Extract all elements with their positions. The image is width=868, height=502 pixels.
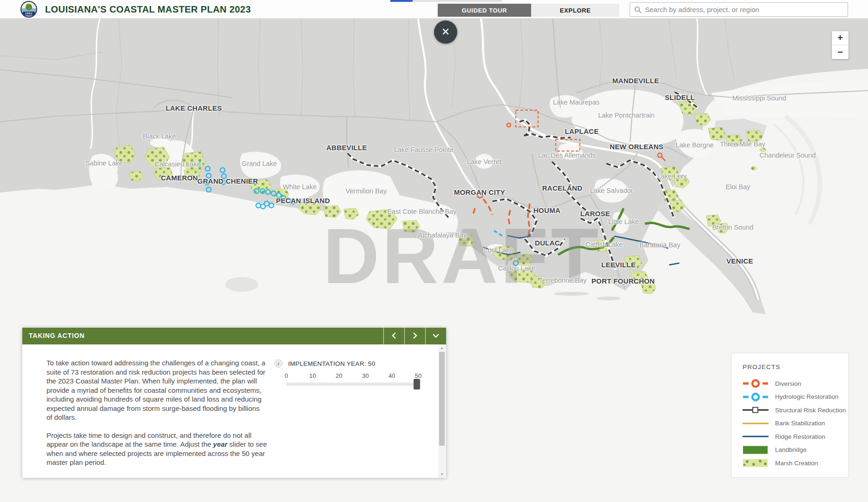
ridge-restoration-swatch-icon xyxy=(743,431,769,442)
panel-nav xyxy=(383,328,446,344)
hydrologic-restoration-swatch-icon xyxy=(743,392,769,402)
slider-tick-label: 10 xyxy=(309,372,316,379)
scrollbar-up-arrow-icon[interactable]: ▲ xyxy=(440,346,444,350)
year-emphasis: year xyxy=(213,440,228,448)
structural-risk-reduction-swatch-icon xyxy=(743,405,769,415)
slider-tick-label: 50 xyxy=(415,372,421,379)
legend-item-label: Structural Risk Reduction xyxy=(775,407,846,414)
taking-action-body: To take action toward addressing the cha… xyxy=(22,344,446,478)
info-icon[interactable]: i xyxy=(274,359,283,368)
legend-item-ridge-restoration: Ridge Restoration xyxy=(731,430,848,443)
chevron-left-icon xyxy=(391,332,397,339)
zoom-out-button[interactable]: − xyxy=(832,45,848,59)
guided-tour-progress-bar xyxy=(390,0,502,2)
text-fade-overlay xyxy=(22,471,276,478)
landbridge-swatch-icon xyxy=(743,445,769,455)
slider-handle[interactable] xyxy=(414,379,420,390)
legend-item-hydrologic-restoration: Hydrologic Restoration xyxy=(731,390,848,404)
search-box xyxy=(630,2,848,17)
app-header: CPRA LOUISIANA'S COASTAL MASTER PLAN 202… xyxy=(0,0,868,19)
close-button[interactable]: ✕ xyxy=(434,20,457,44)
legend-item-bank-stabilization: Bank Stabilization xyxy=(731,417,848,430)
search-input[interactable] xyxy=(645,6,848,13)
tab-guided-tour[interactable]: GUIDED TOUR xyxy=(438,4,531,17)
search-icon xyxy=(634,6,642,13)
chevron-right-icon xyxy=(412,332,418,339)
legend-item-diversion: Diversion xyxy=(731,377,848,390)
logo-cpra-label: CPRA xyxy=(23,12,35,15)
panel-collapse-button[interactable] xyxy=(425,328,446,344)
taking-action-panel: TAKING ACTION To take action toward xyxy=(22,328,446,478)
panel-paragraph-1: To take action toward addressing the cha… xyxy=(46,358,267,422)
projects-legend: PROJECTS Diversion Hydrologic Restoratio… xyxy=(731,353,849,478)
legend-item-label: Diversion xyxy=(775,380,801,387)
map-zoom-control: + − xyxy=(832,31,848,59)
scrollbar-down-arrow-icon[interactable]: ▼ xyxy=(440,472,444,476)
tab-explore[interactable]: EXPLORE xyxy=(531,4,619,17)
slider-tick-label: 30 xyxy=(362,372,368,379)
panel-title: TAKING ACTION xyxy=(29,332,85,339)
cpra-logo-icon: CPRA xyxy=(20,1,37,18)
legend-item-label: Hydrologic Restoration xyxy=(775,393,839,400)
logo-tree-icon xyxy=(26,4,32,10)
legend-item-structural-risk-reduction: Structural Risk Reduction xyxy=(731,403,848,417)
scrollbar-thumb[interactable] xyxy=(439,352,445,446)
diversion-swatch-icon xyxy=(743,378,769,389)
marsh-creation-swatch-icon xyxy=(743,458,769,468)
slider-tick-label: 40 xyxy=(388,372,395,379)
legend-item-marsh-creation: Marsh Creation xyxy=(731,456,848,470)
panel-scrollbar[interactable]: ▲ ▼ xyxy=(438,344,446,478)
zoom-in-button[interactable]: + xyxy=(832,31,848,45)
panel-text: To take action toward addressing the cha… xyxy=(46,358,267,467)
chevron-down-icon xyxy=(432,332,440,339)
legend-item-label: Ridge Restoration xyxy=(775,433,825,440)
slider-tick-label: 20 xyxy=(335,372,342,379)
panel-paragraph-2: Projects take time to design and constru… xyxy=(46,431,267,467)
legend-title: PROJECTS xyxy=(743,363,848,370)
slider-tick-labels: 01020304050 xyxy=(286,372,418,380)
legend-rows: Diversion Hydrologic Restoration Structu… xyxy=(731,377,848,470)
legend-item-label: Bank Stabilization xyxy=(775,420,825,427)
panel-next-button[interactable] xyxy=(404,328,425,344)
panel-prev-button[interactable] xyxy=(383,328,404,344)
legend-item-label: Marsh Creation xyxy=(775,460,818,467)
slider-track[interactable] xyxy=(286,383,418,386)
taking-action-header: TAKING ACTION xyxy=(22,328,446,344)
app-window: LAKE CHARLESCAMERONGRAND CHENIERABBEVILL… xyxy=(0,0,868,502)
slider-tick-label: 0 xyxy=(284,372,288,379)
page-title: LOUISIANA'S COASTAL MASTER PLAN 2023 xyxy=(45,4,251,15)
implementation-year-label: IMPLEMENTATION YEAR: 50 xyxy=(288,360,375,367)
bank-stabilization-swatch-icon xyxy=(743,418,769,429)
guided-tour-progress-fill xyxy=(390,0,413,2)
legend-item-label: Landbridge xyxy=(775,446,807,453)
legend-item-landbridge: Landbridge xyxy=(731,443,848,457)
